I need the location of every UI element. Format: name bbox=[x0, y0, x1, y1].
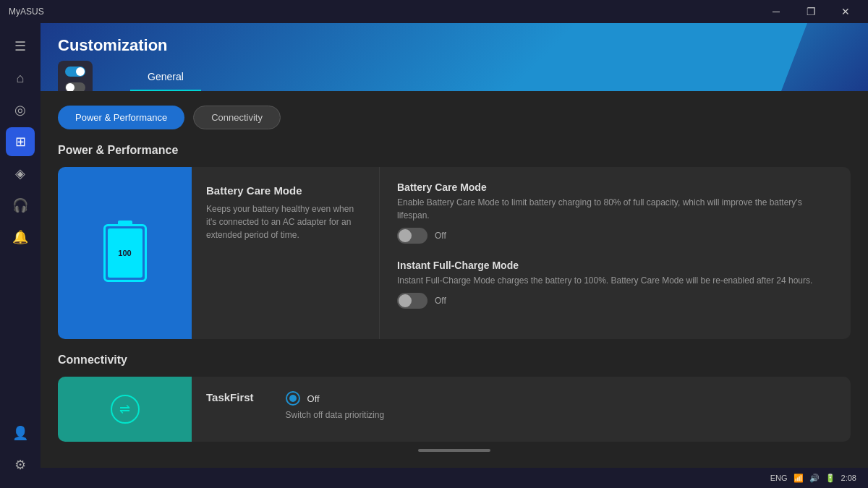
sidebar-item-customization[interactable]: ⊞ bbox=[6, 127, 35, 156]
taskfirst-middle: TaskFirst bbox=[192, 377, 268, 442]
connectivity-button[interactable]: Connectivity bbox=[193, 106, 281, 129]
statusbar-icons: ENG 📶 🔊 🔋 2:08 bbox=[770, 474, 856, 483]
battery-care-desc: Enable Battery Care Mode to limit batter… bbox=[397, 196, 833, 222]
instant-charge-row: Instant Full-Charge Mode Instant Full-Ch… bbox=[397, 260, 833, 309]
language-indicator: ENG bbox=[770, 474, 788, 482]
volume-icon: 🔊 bbox=[809, 474, 820, 483]
battery-care-toggle-label: Off bbox=[435, 231, 446, 241]
battery-status-icon: 🔋 bbox=[825, 474, 835, 483]
content-area[interactable]: Power & Performance Connectivity Power &… bbox=[41, 91, 868, 468]
titlebar-left: MyASUS bbox=[9, 7, 44, 17]
mini-toggle-on bbox=[65, 67, 85, 77]
mini-toggle-off bbox=[65, 82, 85, 91]
wifi-icon: 📶 bbox=[793, 474, 804, 483]
scroll-indicator bbox=[418, 449, 490, 452]
scroll-indicator-container bbox=[58, 449, 851, 452]
toggle-row-off bbox=[65, 82, 85, 91]
battery-care-name: Battery Care Mode bbox=[397, 181, 833, 193]
connectivity-section-title: Connectivity bbox=[58, 354, 851, 367]
header-tabs: General bbox=[130, 64, 851, 91]
sidebar: ☰ ⌂ ◎ ⊞ ◈ 🎧 🔔 👤 ⚙ bbox=[0, 23, 41, 488]
maximize-button[interactable]: ❐ bbox=[794, 0, 827, 23]
toggle-row-on bbox=[65, 67, 85, 77]
statusbar: ENG 📶 🔊 🔋 2:08 bbox=[41, 468, 868, 488]
instant-charge-toggle-row: Off bbox=[397, 293, 833, 309]
instant-charge-toggle-label: Off bbox=[435, 296, 446, 306]
sidebar-item-badge[interactable]: ◈ bbox=[6, 159, 35, 188]
main-content: Customization General bbox=[41, 23, 868, 488]
sidebar-item-menu[interactable]: ☰ bbox=[6, 32, 35, 61]
card-right: Battery Care Mode Enable Battery Care Mo… bbox=[380, 167, 851, 339]
battery-care-card: 100 Battery Care Mode Keeps your battery… bbox=[58, 167, 851, 339]
instant-charge-desc: Instant Full-Charge Mode charges the bat… bbox=[397, 274, 833, 287]
page-title: Customization bbox=[58, 36, 851, 55]
instant-charge-name: Instant Full-Charge Mode bbox=[397, 260, 833, 271]
taskfirst-title: TaskFirst bbox=[206, 391, 254, 403]
sub-nav: Power & Performance Connectivity bbox=[58, 106, 851, 129]
app-name: MyASUS bbox=[9, 7, 44, 17]
header-decoration bbox=[781, 23, 868, 91]
header: Customization General bbox=[41, 23, 868, 91]
battery-care-toggle[interactable] bbox=[397, 228, 427, 244]
connectivity-card: ⇌ TaskFirst Off Switch off data prioriti… bbox=[58, 377, 851, 442]
titlebar: MyASUS ─ ❐ ✕ bbox=[0, 0, 868, 23]
clock: 2:08 bbox=[841, 474, 856, 482]
taskfirst-right: Off Switch off data prioritizing bbox=[268, 377, 851, 442]
battery-icon: 100 bbox=[103, 224, 147, 282]
battery-care-toggle-row: Off bbox=[397, 228, 833, 244]
battery-fill: 100 bbox=[108, 228, 142, 278]
titlebar-controls: ─ ❐ ✕ bbox=[760, 0, 862, 23]
feature-title: Battery Care Mode bbox=[206, 184, 365, 197]
taskfirst-desc: Switch off data prioritizing bbox=[286, 408, 833, 421]
toggle-preview bbox=[58, 61, 93, 91]
sidebar-item-settings[interactable]: ⚙ bbox=[6, 450, 35, 479]
power-performance-button[interactable]: Power & Performance bbox=[58, 106, 184, 129]
taskfirst-radio-label: Off bbox=[307, 393, 320, 404]
card-left-blue: 100 bbox=[58, 167, 192, 339]
instant-charge-toggle[interactable] bbox=[397, 293, 427, 309]
sidebar-item-bell[interactable]: 🔔 bbox=[6, 223, 35, 252]
minimize-button[interactable]: ─ bbox=[760, 0, 793, 23]
tab-general[interactable]: General bbox=[130, 64, 201, 91]
sidebar-item-headphone[interactable]: 🎧 bbox=[6, 191, 35, 220]
card-middle: Battery Care Mode Keeps your battery hea… bbox=[192, 167, 380, 339]
feature-desc: Keeps your battery healthy even when it'… bbox=[206, 202, 365, 241]
app-body: ☰ ⌂ ◎ ⊞ ◈ 🎧 🔔 👤 ⚙ Customization bbox=[0, 23, 868, 488]
connectivity-left: ⇌ bbox=[58, 377, 192, 442]
sidebar-item-link[interactable]: ◎ bbox=[6, 95, 35, 124]
connectivity-icon: ⇌ bbox=[111, 395, 140, 424]
power-section-title: Power & Performance bbox=[58, 144, 851, 157]
taskfirst-radio-row: Off bbox=[286, 391, 833, 406]
battery-care-row: Battery Care Mode Enable Battery Care Mo… bbox=[397, 181, 833, 244]
close-button[interactable]: ✕ bbox=[829, 0, 862, 23]
sidebar-bottom: 👤 ⚙ bbox=[6, 419, 35, 479]
taskfirst-radio[interactable] bbox=[286, 391, 300, 406]
sidebar-item-home[interactable]: ⌂ bbox=[6, 64, 35, 93]
sidebar-item-user[interactable]: 👤 bbox=[6, 419, 35, 448]
